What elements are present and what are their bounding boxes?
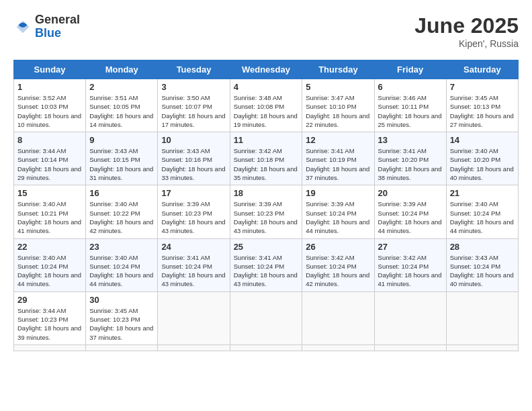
- calendar-cell: 25 Sunrise: 3:41 AM Sunset: 10:24 PM Day…: [230, 238, 302, 291]
- day-info: Sunrise: 3:52 AM Sunset: 10:03 PM Daylig…: [17, 93, 82, 129]
- calendar-cell: 21 Sunrise: 3:40 AM Sunset: 10:24 PM Day…: [446, 185, 518, 238]
- day-number: 23: [89, 242, 154, 252]
- day-info: Sunrise: 3:41 AM Sunset: 10:24 PM Daylig…: [161, 253, 226, 289]
- day-number: 20: [378, 188, 443, 198]
- calendar-cell: 13 Sunrise: 3:41 AM Sunset: 10:20 PM Day…: [374, 132, 446, 185]
- day-number: 12: [306, 135, 370, 145]
- day-number: 18: [234, 188, 299, 198]
- day-number: 30: [89, 295, 154, 305]
- calendar-cell: 12 Sunrise: 3:41 AM Sunset: 10:19 PM Day…: [302, 132, 374, 185]
- header-sunday: Sunday: [14, 60, 86, 79]
- header-wednesday: Wednesday: [230, 60, 302, 79]
- day-number: 17: [161, 188, 226, 198]
- logo-text: General Blue: [35, 13, 80, 40]
- location: Kipen', Russia: [414, 38, 519, 49]
- month-title: June 2025: [414, 13, 519, 38]
- day-number: 13: [378, 135, 443, 145]
- day-info: Sunrise: 3:39 AM Sunset: 10:24 PM Daylig…: [378, 199, 443, 235]
- day-info: Sunrise: 3:41 AM Sunset: 10:24 PM Daylig…: [234, 253, 299, 289]
- day-number: 24: [161, 242, 226, 252]
- calendar-cell: 23 Sunrise: 3:40 AM Sunset: 10:24 PM Day…: [86, 238, 158, 291]
- calendar-cell: 24 Sunrise: 3:41 AM Sunset: 10:24 PM Day…: [158, 238, 230, 291]
- calendar-cell: [230, 345, 302, 351]
- calendar-row: 15 Sunrise: 3:40 AM Sunset: 10:21 PM Day…: [14, 185, 519, 238]
- calendar-cell: [302, 345, 374, 351]
- day-number: 28: [450, 242, 515, 252]
- day-info: Sunrise: 3:43 AM Sunset: 10:16 PM Daylig…: [161, 146, 226, 182]
- day-number: 4: [234, 82, 299, 92]
- calendar-cell: [374, 345, 446, 351]
- day-info: Sunrise: 3:40 AM Sunset: 10:24 PM Daylig…: [17, 253, 82, 289]
- weekday-header-row: Sunday Monday Tuesday Wednesday Thursday…: [14, 60, 519, 79]
- day-info: Sunrise: 3:50 AM Sunset: 10:07 PM Daylig…: [161, 93, 226, 129]
- calendar-cell: 22 Sunrise: 3:40 AM Sunset: 10:24 PM Day…: [14, 238, 86, 291]
- calendar-row: [14, 345, 519, 351]
- day-number: 11: [234, 135, 299, 145]
- day-info: Sunrise: 3:44 AM Sunset: 10:14 PM Daylig…: [17, 146, 82, 182]
- day-info: Sunrise: 3:45 AM Sunset: 10:23 PM Daylig…: [89, 306, 154, 342]
- calendar-cell: 29 Sunrise: 3:44 AM Sunset: 10:23 PM Day…: [14, 291, 86, 345]
- day-info: Sunrise: 3:39 AM Sunset: 10:23 PM Daylig…: [234, 199, 299, 235]
- day-info: Sunrise: 3:41 AM Sunset: 10:20 PM Daylig…: [378, 146, 443, 182]
- calendar-cell: 9 Sunrise: 3:43 AM Sunset: 10:15 PM Dayl…: [86, 132, 158, 185]
- calendar-cell: 17 Sunrise: 3:39 AM Sunset: 10:23 PM Day…: [158, 185, 230, 238]
- day-info: Sunrise: 3:40 AM Sunset: 10:24 PM Daylig…: [450, 199, 515, 235]
- logo-general: General: [35, 13, 80, 27]
- calendar-cell: 8 Sunrise: 3:44 AM Sunset: 10:14 PM Dayl…: [14, 132, 86, 185]
- day-number: 16: [89, 188, 154, 198]
- day-info: Sunrise: 3:46 AM Sunset: 10:11 PM Daylig…: [378, 93, 443, 129]
- header-tuesday: Tuesday: [158, 60, 230, 79]
- header-saturday: Saturday: [446, 60, 518, 79]
- day-info: Sunrise: 3:43 AM Sunset: 10:15 PM Daylig…: [89, 146, 154, 182]
- logo: General Blue: [13, 13, 80, 40]
- calendar-cell: 5 Sunrise: 3:47 AM Sunset: 10:10 PM Dayl…: [302, 79, 374, 132]
- day-number: 21: [450, 188, 515, 198]
- day-number: 26: [306, 242, 370, 252]
- calendar-cell: 19 Sunrise: 3:39 AM Sunset: 10:24 PM Day…: [302, 185, 374, 238]
- calendar-cell: [158, 345, 230, 351]
- calendar-cell: 1 Sunrise: 3:52 AM Sunset: 10:03 PM Dayl…: [14, 79, 86, 132]
- day-info: Sunrise: 3:40 AM Sunset: 10:20 PM Daylig…: [450, 146, 515, 182]
- calendar-cell: 27 Sunrise: 3:42 AM Sunset: 10:24 PM Day…: [374, 238, 446, 291]
- calendar-cell: 16 Sunrise: 3:40 AM Sunset: 10:22 PM Day…: [86, 185, 158, 238]
- day-info: Sunrise: 3:44 AM Sunset: 10:23 PM Daylig…: [17, 306, 82, 342]
- calendar-cell: 3 Sunrise: 3:50 AM Sunset: 10:07 PM Dayl…: [158, 79, 230, 132]
- calendar-cell: 28 Sunrise: 3:43 AM Sunset: 10:24 PM Day…: [446, 238, 518, 291]
- day-number: 19: [306, 188, 370, 198]
- day-info: Sunrise: 3:42 AM Sunset: 10:24 PM Daylig…: [378, 253, 443, 289]
- calendar-cell: [158, 291, 230, 345]
- calendar-cell: 11 Sunrise: 3:42 AM Sunset: 10:18 PM Day…: [230, 132, 302, 185]
- day-number: 1: [17, 82, 82, 92]
- calendar-cell: [86, 345, 158, 351]
- calendar-cell: [446, 291, 518, 345]
- calendar-cell: [374, 291, 446, 345]
- day-info: Sunrise: 3:47 AM Sunset: 10:10 PM Daylig…: [306, 93, 370, 129]
- day-info: Sunrise: 3:42 AM Sunset: 10:18 PM Daylig…: [234, 146, 299, 182]
- day-info: Sunrise: 3:39 AM Sunset: 10:24 PM Daylig…: [306, 199, 370, 235]
- day-number: 29: [17, 295, 82, 305]
- day-number: 9: [89, 135, 154, 145]
- title-block: June 2025 Kipen', Russia: [414, 13, 519, 49]
- day-info: Sunrise: 3:42 AM Sunset: 10:24 PM Daylig…: [306, 253, 370, 289]
- day-number: 2: [89, 82, 154, 92]
- day-number: 14: [450, 135, 515, 145]
- day-number: 6: [378, 82, 443, 92]
- day-info: Sunrise: 3:41 AM Sunset: 10:19 PM Daylig…: [306, 146, 370, 182]
- calendar-row: 29 Sunrise: 3:44 AM Sunset: 10:23 PM Day…: [14, 291, 519, 345]
- calendar-cell: [230, 291, 302, 345]
- day-number: 8: [17, 135, 82, 145]
- calendar-cell: 6 Sunrise: 3:46 AM Sunset: 10:11 PM Dayl…: [374, 79, 446, 132]
- calendar-row: 1 Sunrise: 3:52 AM Sunset: 10:03 PM Dayl…: [14, 79, 519, 132]
- calendar-cell: 26 Sunrise: 3:42 AM Sunset: 10:24 PM Day…: [302, 238, 374, 291]
- header-friday: Friday: [374, 60, 446, 79]
- day-number: 27: [378, 242, 443, 252]
- day-info: Sunrise: 3:45 AM Sunset: 10:13 PM Daylig…: [450, 93, 515, 129]
- page-header: General Blue June 2025 Kipen', Russia: [13, 13, 519, 49]
- calendar-cell: 15 Sunrise: 3:40 AM Sunset: 10:21 PM Day…: [14, 185, 86, 238]
- calendar-row: 22 Sunrise: 3:40 AM Sunset: 10:24 PM Day…: [14, 238, 519, 291]
- day-number: 3: [161, 82, 226, 92]
- header-thursday: Thursday: [302, 60, 374, 79]
- header-monday: Monday: [86, 60, 158, 79]
- calendar-table: Sunday Monday Tuesday Wednesday Thursday…: [13, 60, 519, 351]
- calendar-cell: 7 Sunrise: 3:45 AM Sunset: 10:13 PM Dayl…: [446, 79, 518, 132]
